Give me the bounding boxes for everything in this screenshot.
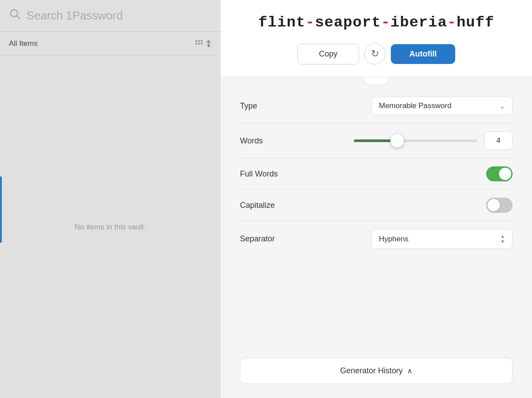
- stepper-arrows-icon: ▲ ▼: [500, 234, 505, 244]
- type-value: Memorable Password: [379, 101, 451, 110]
- password-text: flint-seaport-iberia-huff: [240, 14, 513, 31]
- capitalize-option-row: Capitalize: [240, 190, 513, 221]
- dropdown-chevron-icon: ⌄: [499, 102, 505, 110]
- left-panel: Search 1Password All Items No items in t…: [0, 0, 221, 398]
- sort-icon[interactable]: [194, 39, 212, 49]
- separator-label: Separator: [240, 234, 275, 244]
- copy-button[interactable]: Copy: [297, 44, 359, 64]
- notch: [363, 77, 390, 85]
- options-section: Type Memorable Password ⌄ Words 4 Full W…: [221, 85, 532, 349]
- svg-point-5: [195, 43, 197, 45]
- all-items-label: All Items: [9, 39, 37, 48]
- refresh-icon: ↻: [371, 48, 379, 60]
- capitalize-label: Capitalize: [240, 201, 275, 210]
- password-display: flint-seaport-iberia-huff Copy ↻ Autofil…: [221, 0, 532, 77]
- password-word-1: flint: [258, 14, 305, 31]
- left-accent: [0, 176, 2, 243]
- password-sep-3: -: [447, 14, 457, 31]
- search-icon: [9, 8, 21, 23]
- autofill-button[interactable]: Autofill: [391, 44, 455, 64]
- svg-point-6: [198, 43, 200, 45]
- notch-divider: [221, 77, 532, 85]
- separator-option-row: Separator Hyphens ▲ ▼: [240, 221, 513, 257]
- password-actions: Copy ↻ Autofill: [240, 43, 513, 64]
- svg-point-0: [11, 10, 18, 17]
- generator-history-label: Generator History: [340, 366, 403, 375]
- search-placeholder-text: Search 1Password: [26, 9, 123, 23]
- svg-point-3: [198, 40, 200, 42]
- full-words-toggle-knob: [499, 168, 511, 180]
- capitalize-toggle-knob: [487, 199, 500, 211]
- slider-thumb[interactable]: [390, 134, 404, 147]
- svg-point-2: [195, 40, 197, 42]
- type-label: Type: [240, 101, 257, 111]
- type-dropdown[interactable]: Memorable Password ⌄: [371, 97, 513, 115]
- words-count-display: 4: [484, 131, 513, 150]
- full-words-option-row: Full Words: [240, 158, 513, 190]
- right-panel: flint-seaport-iberia-huff Copy ↻ Autofil…: [221, 0, 532, 398]
- password-word-2: seaport: [315, 14, 381, 31]
- svg-line-1: [17, 16, 20, 19]
- all-items-bar: All Items: [0, 32, 221, 56]
- svg-point-7: [201, 43, 202, 45]
- password-sep-2: -: [381, 14, 390, 31]
- svg-point-4: [201, 40, 202, 42]
- type-option-row: Type Memorable Password ⌄: [240, 89, 513, 124]
- history-section: Generator History ∧: [240, 358, 513, 384]
- words-option-row: Words 4: [240, 124, 513, 158]
- password-sep-1: -: [305, 14, 315, 31]
- slider-container: 4: [354, 131, 513, 150]
- generator-history-chevron-icon: ∧: [407, 367, 412, 375]
- password-word-4: huff: [457, 14, 495, 31]
- no-items-text: No items in this vault.: [0, 56, 221, 398]
- words-slider-track[interactable]: [354, 139, 477, 142]
- generator-history-button[interactable]: Generator History ∧: [240, 358, 513, 384]
- separator-value: Hyphens: [379, 235, 408, 244]
- password-word-3: iberia: [390, 14, 447, 31]
- refresh-button[interactable]: ↻: [364, 43, 386, 64]
- full-words-label: Full Words: [240, 169, 278, 179]
- words-label: Words: [240, 136, 263, 146]
- separator-dropdown[interactable]: Hyphens ▲ ▼: [371, 229, 513, 249]
- capitalize-toggle[interactable]: [486, 198, 513, 213]
- full-words-toggle[interactable]: [486, 166, 513, 181]
- search-bar: Search 1Password: [0, 0, 221, 32]
